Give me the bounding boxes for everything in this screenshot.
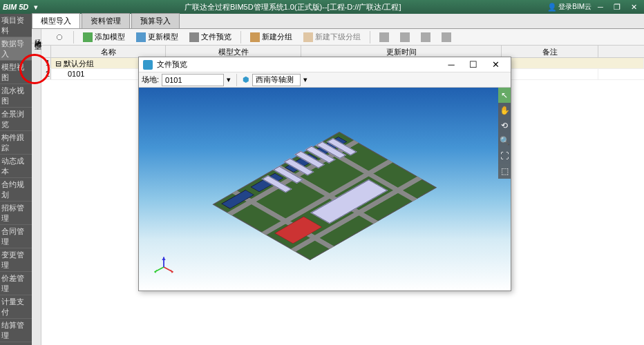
sidebar-item-11[interactable]: 价差管理 <box>0 272 32 295</box>
sidebar-item-8[interactable]: 招标管理 <box>0 201 32 225</box>
tab-budget-import[interactable]: 预算导入 <box>131 13 180 28</box>
col-file[interactable]: 模型文件 <box>166 46 301 57</box>
more-tool[interactable]: ⬚ <box>498 164 511 179</box>
add-model-button[interactable]: 添加模型 <box>78 30 130 44</box>
search-button[interactable] <box>50 30 69 44</box>
preview-app-icon <box>143 60 153 70</box>
preview-window: 文件预览 ─ ☐ ✕ 场地: ▾ ⬢ ▾ ↖ ✋ ⟲ 🔍 ⛶ ⬚ <box>138 57 511 291</box>
sidebar-item-5[interactable]: 构件跟踪 <box>0 131 32 155</box>
vtab-site-model[interactable]: 场地模型 <box>32 29 43 43</box>
sidebar-item-4[interactable]: 全景浏览 <box>0 108 32 131</box>
window-title: 广联达全过程BIM5D管理系统1.0(正式版)--[工程-D://广联达/工程] <box>38 2 547 12</box>
app-logo: BIM 5D <box>3 3 28 11</box>
col-note[interactable]: 备注 <box>502 46 598 57</box>
preview-title: 文件预览 <box>157 59 440 70</box>
zoom-tool[interactable]: 🔍 <box>498 133 511 148</box>
preview-minimize[interactable]: ─ <box>440 59 462 70</box>
site-select[interactable] <box>162 74 224 86</box>
view-select[interactable] <box>252 74 301 86</box>
sidebar-item-3[interactable]: 流水视图 <box>0 84 32 108</box>
plus-icon <box>83 32 93 42</box>
preview-titlebar[interactable]: 文件预览 ─ ☐ ✕ <box>139 57 511 72</box>
pan-tool[interactable]: ✋ <box>498 103 511 118</box>
toolbar: 添加模型 更新模型 文件预览 新建分组 新建下级分组 <box>0 29 644 46</box>
preview-maximize[interactable]: ☐ <box>462 59 484 70</box>
vertical-tabs: 场地模型 <box>32 29 41 345</box>
col-time[interactable]: 更新时间 <box>301 46 502 57</box>
file-preview-button[interactable]: 文件预览 <box>184 30 236 44</box>
new-group-button[interactable]: 新建分组 <box>245 30 297 44</box>
folder-plus-icon <box>250 32 260 42</box>
tool-3[interactable] <box>416 30 435 44</box>
tab-bar: 模型导入 资料管理 预算导入 <box>0 14 644 29</box>
axis-gizmo <box>151 255 176 279</box>
minimize-button[interactable]: ─ <box>593 1 608 12</box>
pointer-tool[interactable]: ↖ <box>498 88 511 103</box>
col-name[interactable]: 名称 <box>51 46 166 57</box>
search-icon <box>55 32 64 42</box>
subfolder-icon <box>303 32 313 42</box>
svg-marker-5 <box>162 257 165 261</box>
tool-4[interactable] <box>437 30 456 44</box>
user-icon[interactable]: 👤 <box>547 3 557 12</box>
sidebar-item-1[interactable]: 数据导入 <box>0 37 32 61</box>
sidebar-item-7[interactable]: 合约规划 <box>0 178 32 201</box>
fit-tool[interactable]: ⛶ <box>498 148 511 164</box>
left-sidebar: 项目资料 数据导入 模型视图 流水视图 全景浏览 构件跟踪 动态成本 合约规划 … <box>0 14 32 345</box>
preview-close[interactable]: ✕ <box>484 59 506 70</box>
sidebar-item-10[interactable]: 变更管理 <box>0 248 32 272</box>
tab-data-manage[interactable]: 资料管理 <box>82 13 130 28</box>
refresh-icon <box>136 32 146 42</box>
restore-button[interactable]: ❐ <box>609 1 625 12</box>
preview-right-tools: ↖ ✋ ⟲ 🔍 ⛶ ⬚ <box>498 88 511 179</box>
sidebar-item-6[interactable]: 动态成本 <box>0 155 32 178</box>
sidebar-item-0[interactable]: 项目资料 <box>0 14 32 37</box>
sidebar-item-2[interactable]: 模型视图 <box>0 61 32 84</box>
tool-1[interactable] <box>375 30 394 44</box>
update-model-button[interactable]: 更新模型 <box>131 30 183 44</box>
orbit-tool[interactable]: ⟲ <box>498 118 511 133</box>
field-label: 场地: <box>142 75 159 85</box>
preview-toolbar: 场地: ▾ ⬢ ▾ <box>139 72 511 88</box>
tool-2[interactable] <box>395 30 415 44</box>
cloud-login[interactable]: 登录BIM云 <box>558 2 591 12</box>
close-button[interactable]: ✕ <box>626 1 641 12</box>
preview-viewport[interactable]: ↖ ✋ ⟲ 🔍 ⛶ ⬚ <box>139 88 511 290</box>
sidebar-item-13[interactable]: 结算管理 <box>0 319 32 342</box>
sidebar-item-12[interactable]: 计量支付 <box>0 295 32 319</box>
eye-icon <box>189 32 199 42</box>
sidebar-item-9[interactable]: 合同管理 <box>0 225 32 248</box>
cube-icon: ⬢ <box>243 75 249 84</box>
tab-model-import[interactable]: 模型导入 <box>32 13 80 28</box>
new-subgroup-button[interactable]: 新建下级分组 <box>299 30 366 44</box>
title-bar: BIM 5D ▾ 广联达全过程BIM5D管理系统1.0(正式版)--[工程-D:… <box>0 0 644 14</box>
